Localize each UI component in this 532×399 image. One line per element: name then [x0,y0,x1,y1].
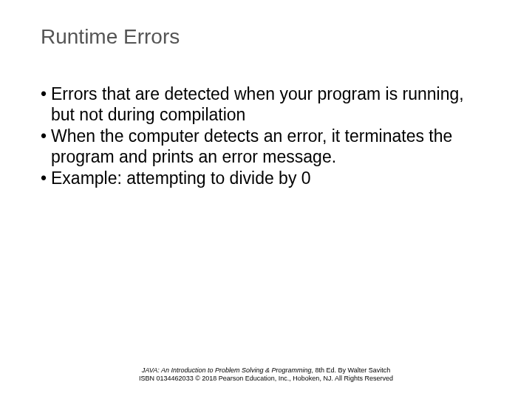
bullet-item: When the computer detects an error, it t… [41,126,491,167]
footer: JAVA: An Introduction to Problem Solving… [0,366,532,383]
footer-line-1: JAVA: An Introduction to Problem Solving… [0,366,532,375]
slide: Runtime Errors Errors that are detected … [0,0,532,399]
bullet-list: Errors that are detected when your progr… [41,84,491,189]
bullet-item: Errors that are detected when your progr… [41,84,491,125]
footer-book-title: JAVA: An Introduction to Problem Solving… [142,366,312,374]
footer-edition-author: , 8th Ed. By Walter Savitch [312,366,391,374]
bullet-item: Example: attempting to divide by 0 [41,168,491,189]
slide-title: Runtime Errors [41,25,491,49]
footer-line-2: ISBN 0134462033 © 2018 Pearson Education… [0,375,532,383]
